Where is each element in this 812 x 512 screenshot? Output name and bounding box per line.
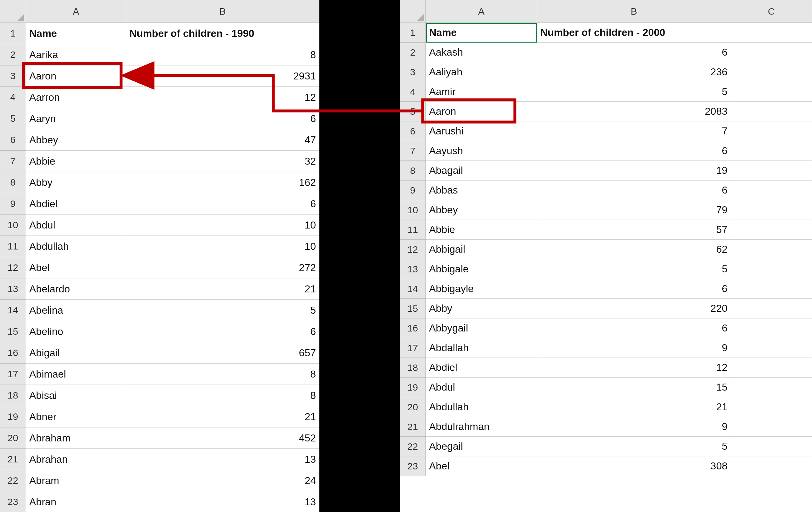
name-cell[interactable]: Abbie <box>26 151 126 172</box>
row-header[interactable]: 10 <box>0 215 26 236</box>
name-cell[interactable]: Aaron <box>26 65 126 87</box>
value-cell[interactable]: 9 <box>537 417 731 437</box>
column-header-B[interactable]: B <box>537 0 731 23</box>
value-cell[interactable]: 6 <box>537 141 731 161</box>
row-header[interactable]: 5 <box>400 102 426 121</box>
row-header[interactable]: 4 <box>0 87 26 108</box>
row-header[interactable]: 18 <box>400 358 426 377</box>
value-cell[interactable]: 15 <box>537 377 731 397</box>
row-header[interactable]: 1 <box>0 23 26 44</box>
row-header[interactable]: 16 <box>0 342 26 364</box>
value-cell[interactable]: 7 <box>537 121 731 141</box>
value-cell[interactable]: 12 <box>126 87 319 108</box>
name-cell[interactable]: Abbie <box>426 220 537 239</box>
row-header[interactable]: 2 <box>400 42 426 62</box>
name-cell[interactable]: Aakash <box>426 42 537 62</box>
value-cell[interactable]: 13 <box>126 449 319 470</box>
empty-cell[interactable] <box>731 377 812 397</box>
value-cell[interactable]: 47 <box>126 130 319 151</box>
row-header[interactable]: 12 <box>0 257 26 278</box>
row-header[interactable]: 7 <box>0 151 26 172</box>
select-all-corner[interactable] <box>0 0 26 23</box>
name-cell[interactable]: Abbigail <box>426 239 537 259</box>
row-header[interactable]: 18 <box>0 385 26 406</box>
value-cell[interactable]: 236 <box>537 62 731 82</box>
row-header[interactable]: 17 <box>400 338 426 358</box>
value-cell[interactable]: 452 <box>126 427 319 449</box>
row-header[interactable]: 22 <box>0 470 26 491</box>
name-cell[interactable]: Abby <box>26 172 126 193</box>
value-cell[interactable]: 8 <box>126 385 319 406</box>
value-cell[interactable]: 13 <box>126 491 319 512</box>
row-header[interactable]: 3 <box>400 62 426 82</box>
name-cell[interactable]: Aaryn <box>26 108 126 130</box>
value-cell[interactable]: 21 <box>537 397 731 417</box>
empty-cell[interactable] <box>731 417 812 437</box>
row-header[interactable]: 19 <box>0 406 26 427</box>
row-header[interactable]: 23 <box>0 491 26 512</box>
name-cell[interactable]: Abdiel <box>426 358 537 377</box>
row-header[interactable]: 13 <box>0 278 26 300</box>
value-cell[interactable]: 6 <box>537 42 731 62</box>
row-header[interactable]: 11 <box>400 220 426 239</box>
value-cell[interactable]: 8 <box>126 364 319 385</box>
row-header[interactable]: 19 <box>400 377 426 397</box>
row-header[interactable]: 21 <box>0 449 26 470</box>
empty-cell[interactable] <box>731 220 812 239</box>
name-cell[interactable]: Abdallah <box>426 338 537 358</box>
name-cell[interactable]: Aayush <box>426 141 537 161</box>
row-header[interactable]: 8 <box>0 172 26 193</box>
header-cell-A[interactable]: Name <box>26 23 126 44</box>
select-all-corner[interactable] <box>400 0 426 23</box>
value-cell[interactable]: 32 <box>126 151 319 172</box>
value-cell[interactable]: 10 <box>126 215 319 236</box>
value-cell[interactable]: 5 <box>126 300 319 321</box>
value-cell[interactable]: 5 <box>537 437 731 456</box>
name-cell[interactable]: Abigail <box>26 342 126 364</box>
name-cell[interactable]: Abdul <box>26 215 126 236</box>
header-cell-B[interactable]: Number of children - 2000 <box>537 23 731 42</box>
name-cell[interactable]: Abegail <box>426 437 537 456</box>
name-cell[interactable]: Abdullah <box>26 236 126 257</box>
name-cell[interactable]: Abdul <box>426 377 537 397</box>
empty-cell[interactable] <box>731 437 812 456</box>
row-header[interactable]: 12 <box>400 239 426 259</box>
row-header[interactable]: 1 <box>400 23 426 42</box>
row-header[interactable]: 20 <box>0 427 26 449</box>
name-cell[interactable]: Aarron <box>26 87 126 108</box>
row-header[interactable]: 13 <box>400 259 426 279</box>
value-cell[interactable]: 6 <box>126 108 319 130</box>
empty-cell[interactable] <box>731 456 812 476</box>
value-cell[interactable]: 308 <box>537 456 731 476</box>
empty-cell[interactable] <box>731 180 812 200</box>
value-cell[interactable]: 19 <box>537 161 731 180</box>
row-header[interactable]: 2 <box>0 44 26 65</box>
name-cell[interactable]: Aaron <box>426 102 537 121</box>
empty-cell[interactable] <box>731 239 812 259</box>
name-cell[interactable]: Abelino <box>26 321 126 342</box>
empty-cell[interactable] <box>731 200 812 220</box>
column-header-A[interactable]: A <box>26 0 126 23</box>
column-header-B[interactable]: B <box>126 0 319 23</box>
value-cell[interactable]: 2083 <box>537 102 731 121</box>
value-cell[interactable]: 8 <box>126 44 319 65</box>
value-cell[interactable]: 6 <box>537 279 731 299</box>
row-header[interactable]: 21 <box>400 417 426 437</box>
name-cell[interactable]: Aarika <box>26 44 126 65</box>
empty-cell[interactable] <box>731 82 812 102</box>
name-cell[interactable]: Abbey <box>26 130 126 151</box>
name-cell[interactable]: Abagail <box>426 161 537 180</box>
value-cell[interactable]: 2931 <box>126 65 319 87</box>
row-header[interactable]: 7 <box>400 141 426 161</box>
name-cell[interactable]: Abdulrahman <box>426 417 537 437</box>
row-header[interactable]: 9 <box>0 193 26 215</box>
row-header[interactable]: 4 <box>400 82 426 102</box>
value-cell[interactable]: 21 <box>126 278 319 300</box>
name-cell[interactable]: Abby <box>426 299 537 318</box>
row-header[interactable]: 22 <box>400 437 426 456</box>
header-cell-A[interactable]: Name <box>426 23 537 42</box>
name-cell[interactable]: Abdullah <box>426 397 537 417</box>
name-cell[interactable]: Abran <box>26 491 126 512</box>
row-header[interactable]: 16 <box>400 318 426 338</box>
value-cell[interactable]: 12 <box>537 358 731 377</box>
